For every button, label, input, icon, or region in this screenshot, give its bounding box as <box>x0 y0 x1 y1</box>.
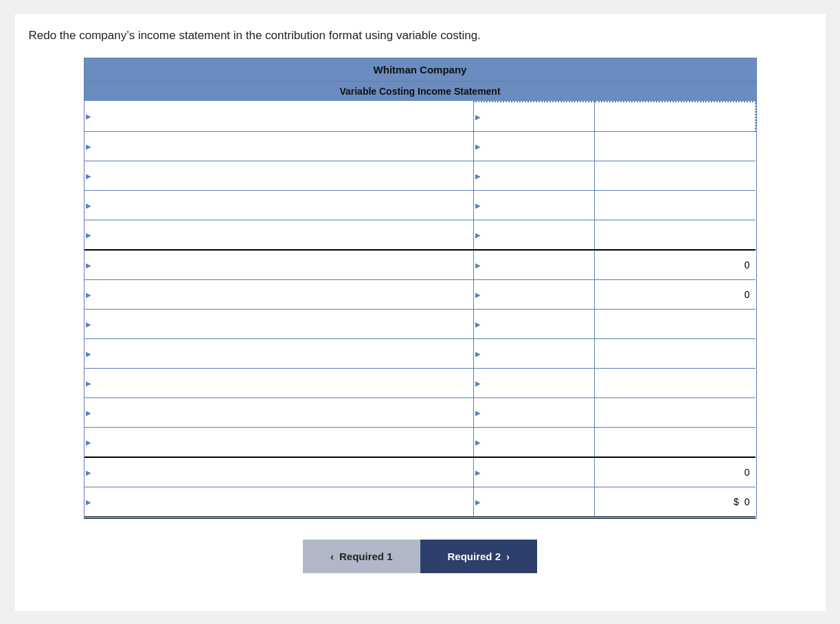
value-input-3[interactable] <box>595 161 756 190</box>
table-row: ▶▶ <box>84 397 756 427</box>
mid-cell-11[interactable]: ▶ <box>473 397 594 427</box>
mid-cell-4[interactable]: ▶ <box>473 190 594 220</box>
table-row: ▶▶0 <box>84 279 756 309</box>
value-display-14: $0 <box>595 487 756 516</box>
instruction-text: Redo the company’s income statement in t… <box>29 27 812 44</box>
value-input-1[interactable] <box>595 102 755 131</box>
mid-cell-12[interactable]: ▶ <box>473 427 594 457</box>
mid-input-10[interactable] <box>474 369 594 397</box>
mid-input-12[interactable] <box>474 428 594 457</box>
mid-arrow-icon-10: ▶ <box>475 379 481 386</box>
mid-input-14[interactable] <box>474 487 594 516</box>
label-cell-4[interactable]: ▶ <box>84 190 474 220</box>
arrow-icon-12: ▶ <box>86 438 91 446</box>
mid-cell-3[interactable]: ▶ <box>473 161 594 190</box>
mid-cell-13[interactable]: ▶ <box>473 457 594 487</box>
label-cell-1[interactable]: ▶ <box>84 102 474 132</box>
label-cell-3[interactable]: ▶ <box>84 161 474 190</box>
label-cell-8[interactable]: ▶ <box>84 309 474 338</box>
value-cell-6: 0 <box>594 250 755 280</box>
label-input-9[interactable] <box>84 339 473 368</box>
mid-cell-9[interactable]: ▶ <box>473 338 594 368</box>
label-cell-2[interactable]: ▶ <box>84 131 474 161</box>
label-cell-11[interactable]: ▶ <box>84 397 474 427</box>
mid-cell-10[interactable]: ▶ <box>473 368 594 397</box>
label-input-7[interactable] <box>84 280 473 309</box>
value-input-10[interactable] <box>595 369 756 397</box>
value-input-2[interactable] <box>595 132 756 161</box>
value-cell-13: 0 <box>594 457 755 487</box>
value-cell-11 <box>594 397 755 427</box>
mid-cell-2[interactable]: ▶ <box>473 131 594 161</box>
mid-input-1[interactable] <box>474 102 594 131</box>
mid-arrow-icon-14: ▶ <box>475 498 481 505</box>
navigation-buttons: ‹ Required 1 Required 2 › <box>29 540 812 573</box>
mid-arrow-icon-5: ▶ <box>475 231 481 238</box>
arrow-icon-5: ▶ <box>86 231 91 238</box>
value-input-5[interactable] <box>595 220 756 249</box>
label-input-1[interactable] <box>84 102 473 130</box>
required2-button[interactable]: Required 2 › <box>420 540 538 573</box>
table-row: ▶▶$0 <box>84 487 756 517</box>
mid-input-8[interactable] <box>474 310 594 338</box>
value-input-4[interactable] <box>595 191 756 220</box>
label-cell-13[interactable]: ▶ <box>84 457 474 487</box>
value-display-6: 0 <box>595 251 756 279</box>
mid-input-5[interactable] <box>474 220 594 249</box>
arrow-icon-10: ▶ <box>86 379 91 386</box>
value-cell-14: $0 <box>594 487 755 517</box>
mid-input-4[interactable] <box>474 191 594 220</box>
table-row: ▶▶ <box>84 427 756 457</box>
label-input-10[interactable] <box>84 369 473 397</box>
label-cell-12[interactable]: ▶ <box>84 427 474 457</box>
label-input-2[interactable] <box>84 132 473 161</box>
label-input-13[interactable] <box>84 458 473 487</box>
label-cell-6[interactable]: ▶ <box>84 250 474 280</box>
value-input-11[interactable] <box>595 398 756 427</box>
arrow-icon-11: ▶ <box>86 408 91 416</box>
prev-icon: ‹ <box>330 551 334 562</box>
value-cell-1 <box>594 102 755 132</box>
mid-input-11[interactable] <box>474 398 594 427</box>
label-input-5[interactable] <box>84 220 473 249</box>
mid-cell-14[interactable]: ▶ <box>473 487 594 517</box>
arrow-icon-7: ▶ <box>86 290 91 298</box>
mid-cell-6[interactable]: ▶ <box>473 250 594 280</box>
label-cell-7[interactable]: ▶ <box>84 279 474 309</box>
value-number-7: 0 <box>745 289 750 300</box>
required1-button[interactable]: ‹ Required 1 <box>303 540 420 573</box>
mid-cell-5[interactable]: ▶ <box>473 220 594 250</box>
mid-arrow-icon-12: ▶ <box>475 438 481 446</box>
label-input-11[interactable] <box>84 398 473 427</box>
label-cell-5[interactable]: ▶ <box>84 220 474 250</box>
mid-input-9[interactable] <box>474 339 594 368</box>
mid-input-7[interactable] <box>474 280 594 309</box>
label-cell-9[interactable]: ▶ <box>84 338 474 368</box>
mid-input-6[interactable] <box>474 251 594 279</box>
label-cell-10[interactable]: ▶ <box>84 368 474 397</box>
label-input-6[interactable] <box>84 251 473 279</box>
mid-input-3[interactable] <box>474 161 594 190</box>
value-input-12[interactable] <box>595 428 756 457</box>
company-name: Whitman Company <box>84 58 756 81</box>
mid-input-13[interactable] <box>474 458 594 487</box>
mid-arrow-icon-4: ▶ <box>475 201 481 209</box>
value-input-8[interactable] <box>595 310 756 338</box>
value-input-9[interactable] <box>595 339 756 368</box>
value-cell-8 <box>594 309 755 338</box>
label-input-8[interactable] <box>84 310 473 338</box>
label-input-4[interactable] <box>84 191 473 220</box>
label-cell-14[interactable]: ▶ <box>84 487 474 517</box>
mid-cell-7[interactable]: ▶ <box>473 279 594 309</box>
table-row: ▶▶ <box>84 131 756 161</box>
dollar-sign-14: $ <box>734 496 739 507</box>
label-input-14[interactable] <box>84 487 473 516</box>
label-input-3[interactable] <box>84 161 473 190</box>
mid-cell-1[interactable]: ▶ <box>473 102 594 132</box>
table-row: ▶▶ <box>84 338 756 368</box>
mid-input-2[interactable] <box>474 132 594 161</box>
label-input-12[interactable] <box>84 428 473 457</box>
mid-cell-8[interactable]: ▶ <box>473 309 594 338</box>
arrow-icon-3: ▶ <box>86 172 91 179</box>
value-display-13: 0 <box>595 458 756 487</box>
